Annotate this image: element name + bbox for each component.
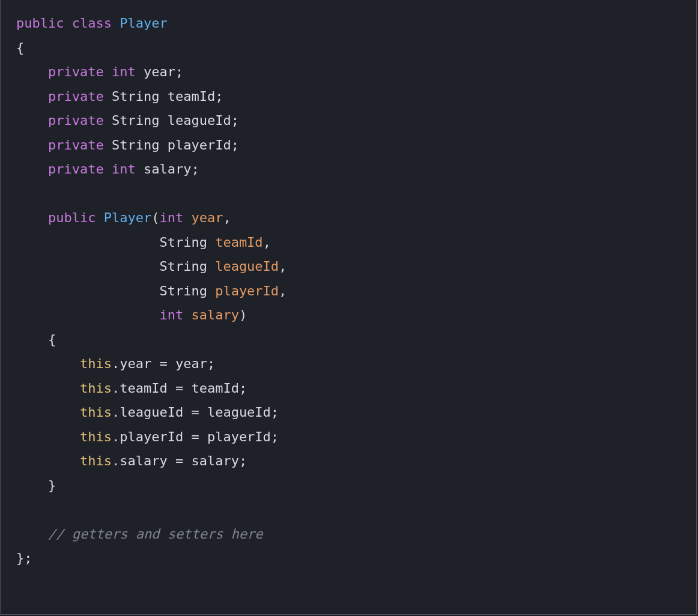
token-kw: class [72,16,112,31]
token-param: year [191,210,223,225]
token-plain [16,527,48,542]
token-plain [16,64,48,79]
token-plain [16,162,48,177]
token-plain [16,113,48,128]
token-plain [16,210,48,225]
token-plain: String [16,259,215,274]
token-plain [16,356,80,371]
token-plain: } [16,478,56,493]
token-kw: int [159,210,183,225]
token-plain: String leagueId; [104,113,239,128]
token-plain: ) [239,307,247,322]
token-plain: { [16,40,24,55]
token-plain [183,210,191,225]
token-kw: public [16,16,64,31]
token-cls: Player [104,210,151,225]
java-source: public class Player { private int year; … [16,16,287,566]
token-this: this [80,356,112,371]
token-plain: .leagueId = leagueId; [112,405,279,420]
token-kw: private [48,137,104,152]
token-plain [183,307,191,322]
token-plain: { [16,332,56,347]
token-kw: public [48,210,96,225]
token-plain [16,381,80,396]
token-plain [96,210,103,225]
token-plain [64,16,71,31]
token-cmt: // getters and setters here [48,527,263,542]
token-kw: private [48,89,104,104]
token-kw: private [48,64,104,79]
token-kw: private [48,113,104,128]
token-param: salary [191,307,238,322]
token-plain: salary; [136,162,199,177]
token-kw: int [112,64,136,79]
token-plain: , [223,210,231,225]
token-plain: , [263,235,271,250]
token-plain: .year = year; [112,356,215,371]
token-plain [16,137,48,152]
token-plain: , [279,259,287,274]
token-plain [112,16,120,31]
token-param: leagueId [215,259,279,274]
token-plain: .playerId = playerId; [112,429,279,444]
token-plain: String [16,283,215,298]
token-param: playerId [215,283,279,298]
token-plain [16,89,48,104]
token-plain: .salary = salary; [112,453,247,468]
token-cls: Player [120,16,167,31]
token-plain [104,64,112,79]
token-plain: String teamId; [104,89,223,104]
token-kw: int [112,162,136,177]
code-block: public class Player { private int year; … [1,0,696,584]
token-param: teamId [215,235,263,250]
token-plain: .teamId = teamId; [112,381,247,396]
token-this: this [80,405,112,420]
token-plain: , [279,283,287,298]
token-plain: }; [16,551,32,566]
token-plain [16,453,80,468]
token-plain: String playerId; [104,137,239,152]
token-plain [16,307,159,322]
token-this: this [80,453,112,468]
token-plain [16,429,80,444]
token-this: this [80,381,112,396]
token-plain: String [16,235,215,250]
token-kw: private [48,162,104,177]
token-plain [16,405,80,420]
token-plain: ( [151,210,159,225]
token-kw: int [159,307,183,322]
token-this: this [80,429,112,444]
token-plain [104,162,112,177]
token-plain: year; [136,64,183,79]
